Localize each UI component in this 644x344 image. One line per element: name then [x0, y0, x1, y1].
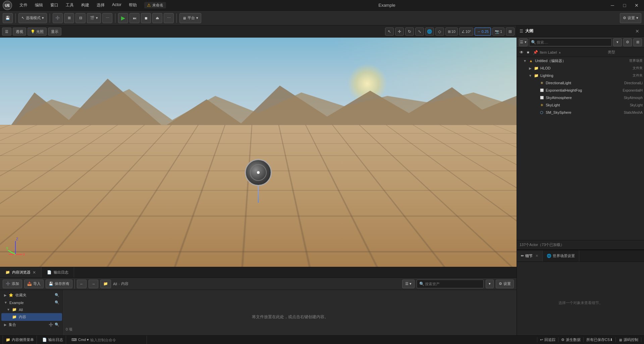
ue-logo[interactable]: UE	[3, 1, 12, 10]
outliner-config-btn[interactable]: ⊞	[633, 38, 642, 46]
untitled-expand[interactable]: ▼	[522, 58, 528, 63]
minimize-button[interactable]: ─	[608, 2, 617, 9]
sidebar-all[interactable]: ▼ 📁 All	[1, 306, 62, 313]
add-collection-icon[interactable]: ➕	[49, 323, 53, 327]
save-button[interactable]: 💾	[3, 13, 13, 23]
item-label-header[interactable]: Item Label ▲	[540, 50, 608, 54]
more-play-button[interactable]: ⋯	[164, 13, 174, 23]
search-asset-input[interactable]	[417, 280, 484, 288]
favorites-search-icon[interactable]: 🔍	[55, 293, 59, 297]
play-button[interactable]: ▶	[118, 13, 128, 23]
tree-item-sky-light[interactable]: ▶ ✳ SkyLight SkyLight	[517, 101, 644, 109]
nav-up-button[interactable]: 📁	[100, 280, 111, 288]
world-settings-tab[interactable]: 🌐 世界场景设置	[543, 250, 579, 261]
tree-item-sm-sky[interactable]: ▶ ⬡ SM_SkySphere StaticMeshA	[517, 109, 644, 116]
outliner-dropdown-btn[interactable]: ▾	[613, 38, 622, 46]
lighting-button[interactable]: 💡 光照	[28, 28, 47, 36]
menu-actor[interactable]: Actor	[109, 1, 125, 9]
snap-button[interactable]: ⊟	[75, 13, 86, 23]
sidebar-collections[interactable]: ▶ 集合 ➕ 🔍	[1, 321, 62, 329]
settings-button[interactable]: ⚙ 设置 ▾	[620, 13, 641, 23]
sidebar-example[interactable]: ▼ Example 🔍	[1, 299, 62, 306]
import-button[interactable]: 📥 导入	[24, 280, 44, 288]
viewport[interactable]: ☰ 透视 💡 光照 显示 ↖ ✛ ↻ ⤡ 🌐 ◇	[0, 26, 517, 267]
status-source-control[interactable]: 🖥 源码控制	[616, 337, 641, 342]
select-tool[interactable]: ↖	[385, 28, 394, 36]
filter-button[interactable]: ☰ ▾	[402, 280, 415, 288]
maximize-button[interactable]: □	[620, 2, 629, 9]
platform-button[interactable]: 🖥 平台 ▾	[179, 13, 201, 23]
tree-item-lighting[interactable]: ▼ 📁 Lighting 文件夹	[517, 72, 644, 79]
world-tool[interactable]: 🌐	[425, 28, 434, 36]
scale-btn[interactable]: ↔ 0.25	[475, 28, 491, 36]
status-content-sidebar[interactable]: 📁 内容侧滑菜单	[3, 336, 37, 344]
actor-widget[interactable]	[245, 159, 272, 203]
tree-item-untitled[interactable]: ▼ ▲ Untitled（编辑器） 世界场景	[517, 57, 644, 64]
stop-button[interactable]: ⏹	[141, 13, 151, 23]
outliner-settings-icon[interactable]: ⚙	[623, 38, 632, 46]
nav-back-button[interactable]: ←	[77, 280, 87, 288]
rotate-tool[interactable]: ↻	[405, 28, 414, 36]
surface-tool[interactable]: ◇	[435, 28, 444, 36]
status-save-cs[interactable]: 所有已保存CS⬇	[584, 337, 616, 342]
content-browser-close[interactable]: ✕	[33, 270, 36, 275]
camera-btn[interactable]: 📷 1	[492, 28, 504, 36]
hamburger-button[interactable]: ☰	[2, 28, 11, 36]
menu-file[interactable]: 文件	[16, 1, 31, 9]
sidebar-content[interactable]: 📁 内容	[1, 313, 62, 321]
menu-help[interactable]: 帮助	[125, 1, 140, 9]
content-settings-button[interactable]: ⚙ 设置	[496, 280, 514, 288]
menu-edit[interactable]: 编辑	[32, 1, 46, 9]
warning-badge[interactable]: ⚠ 未命名	[144, 2, 166, 8]
step-button[interactable]: ⏭	[129, 13, 140, 23]
menu-tools[interactable]: 工具	[62, 1, 77, 9]
menu-window[interactable]: 窗口	[47, 1, 62, 9]
example-search-icon[interactable]: 🔍	[55, 300, 59, 305]
sidebar-favorites[interactable]: ▶ ⭐ 收藏夹 🔍	[1, 291, 62, 299]
nav-forward-button[interactable]: →	[89, 280, 98, 288]
anim-button[interactable]: 🎬 ▾	[87, 13, 101, 23]
save-all-button[interactable]: 💾 保存所有	[46, 280, 72, 288]
mode-button[interactable]: ↖ 选项模式 ▾	[18, 13, 47, 23]
status-cmd[interactable]: ⌨ Cmd ▾	[69, 336, 147, 344]
mode-group: ↖ 选项模式 ▾	[18, 13, 47, 23]
status-trace[interactable]: ↩ 回追踪	[537, 337, 558, 342]
breadcrumb-current[interactable]: 内容	[121, 281, 128, 286]
add-content-button[interactable]: ➕ 添加	[3, 280, 22, 288]
lighting-expand[interactable]: ▼	[528, 73, 533, 78]
details-tab-close[interactable]: ✕	[535, 254, 538, 258]
outliner-filter-btn[interactable]: ☰ ▾	[519, 38, 528, 46]
add-button[interactable]: ➕	[53, 13, 63, 23]
outliner-close-button[interactable]: ✕	[633, 27, 641, 35]
type-col-header[interactable]: 类型	[608, 50, 641, 55]
tree-item-directional-light[interactable]: ▶ ✳ DirectionalLight DirectionalLi	[517, 79, 644, 87]
status-generate[interactable]: ⚙ 派生数据	[558, 337, 584, 342]
menu-build[interactable]: 构建	[78, 1, 93, 9]
show-button[interactable]: 显示	[48, 28, 61, 36]
angle-btn[interactable]: ∠ 10°	[459, 28, 474, 36]
outliner-tree[interactable]: ▼ ▲ Untitled（编辑器） 世界场景 ▶ 📁 HLOD 文件夹 ▼ 📁 …	[517, 57, 644, 240]
filter-dropdown-button[interactable]: ▾	[486, 280, 494, 288]
details-tab[interactable]: ✏ 细节 ✕	[517, 250, 543, 261]
content-browser-tab[interactable]: 📁 内容浏览器 ✕	[0, 267, 42, 278]
translate-tool[interactable]: ✛	[395, 28, 404, 36]
status-output-log[interactable]: 📄 输出日志	[40, 336, 66, 344]
tree-item-hlod[interactable]: ▶ 📁 HLOD 文件夹	[517, 64, 644, 72]
collections-search-icon[interactable]: 🔍	[55, 323, 59, 327]
scale-tool[interactable]: ⤡	[415, 28, 424, 36]
output-log-tab[interactable]: 📄 输出日志	[42, 267, 74, 278]
menu-select[interactable]: 选择	[93, 1, 108, 9]
breadcrumb-root[interactable]: All	[113, 282, 117, 286]
outliner-search-input[interactable]	[529, 38, 612, 46]
grid-button[interactable]: ⊞	[64, 13, 74, 23]
dots-button[interactable]: ⋯	[102, 13, 112, 23]
perspective-button[interactable]: 透视	[13, 28, 26, 36]
console-input[interactable]	[90, 338, 144, 342]
grid-size-btn[interactable]: ⊞ 10	[445, 28, 458, 36]
tree-item-sky-atm[interactable]: ▶ ⬜ SkyAtmosphere SkyAtmosph	[517, 94, 644, 101]
close-button[interactable]: ✕	[632, 2, 641, 9]
hlod-expand[interactable]: ▶	[528, 65, 533, 71]
eject-button[interactable]: ⏏	[152, 13, 162, 23]
maximize-viewport-btn[interactable]: ⊞	[506, 28, 515, 36]
tree-item-exp-fog[interactable]: ▶ ⬜ ExponentialHeightFog ExponentialH	[517, 87, 644, 94]
